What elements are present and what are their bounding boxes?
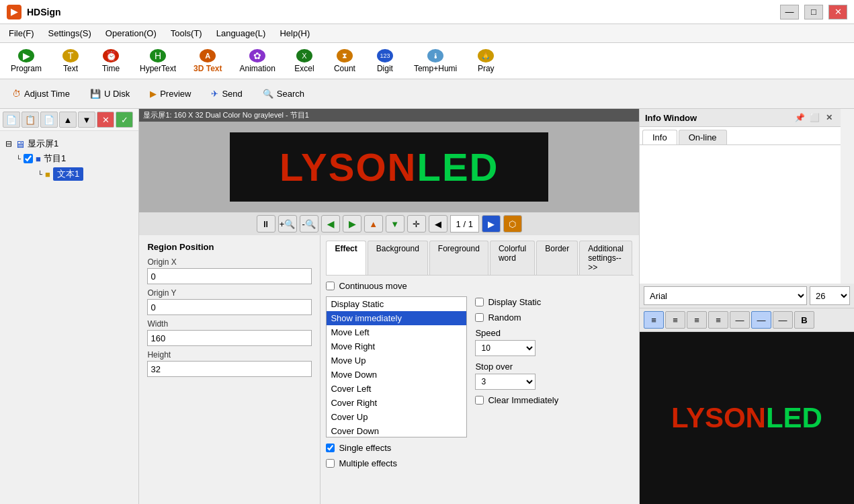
list-item-cover-down[interactable]: Cover Down — [327, 424, 466, 437]
align-right-button[interactable]: ≡ — [687, 311, 707, 329]
list-item-move-right[interactable]: Move Right — [327, 339, 466, 353]
menu-language[interactable]: Language(L) — [211, 27, 271, 40]
toolbar-excel[interactable]: X Excel — [286, 46, 323, 77]
zoom-out-button[interactable]: -🔍 — [300, 215, 318, 233]
align-bottom-button[interactable]: — — [773, 311, 793, 329]
list-item-move-up[interactable]: Move Up — [327, 353, 466, 368]
effect-list[interactable]: Display Static Show immediately Move Lef… — [327, 297, 466, 437]
bold-button[interactable]: B — [794, 311, 814, 329]
minimize-button[interactable]: — — [780, 5, 799, 19]
font-name-select[interactable]: Arial Times New Roman Courier New — [644, 286, 807, 305]
mini-confirm[interactable]: ✓ — [116, 112, 133, 128]
maximize-button[interactable]: □ — [804, 5, 823, 19]
toolbar-3dtext[interactable]: A 3D Text — [186, 46, 229, 77]
toolbar2-udisk[interactable]: 💾 U Disk — [81, 83, 138, 105]
speed-select[interactable]: 10 5 15 20 — [475, 340, 536, 356]
tab-foreground[interactable]: Foreground — [429, 241, 488, 275]
toolbar2-adjusttime[interactable]: ⏱ Adjust Time — [3, 83, 79, 105]
align-top-button[interactable]: — — [730, 311, 750, 329]
tree-root[interactable]: ⊟ 🖥 显示屏1 — [5, 136, 133, 151]
info-close-button[interactable]: ✕ — [823, 112, 835, 124]
menu-help[interactable]: Help(H) — [274, 27, 315, 40]
menu-operation[interactable]: Operation(O) — [100, 27, 162, 40]
font-size-select[interactable]: 26 12 18 24 32 48 — [810, 286, 850, 305]
tab-effect[interactable]: Effect — [326, 241, 366, 275]
multiple-effects-checkbox[interactable] — [326, 459, 335, 468]
width-input[interactable] — [147, 330, 312, 346]
align-left-button[interactable]: ≡ — [644, 311, 664, 329]
pause-button[interactable]: ⏸ — [257, 215, 275, 233]
info-pin-button[interactable]: 📌 — [794, 112, 806, 124]
info-tab-online[interactable]: On-line — [679, 130, 727, 144]
info-tab-info[interactable]: Info — [642, 130, 677, 144]
height-input[interactable] — [147, 361, 312, 377]
random-checkbox[interactable] — [475, 313, 484, 322]
list-item-show-immediately[interactable]: Show immediately — [327, 311, 466, 325]
toolbar-excel-label: Excel — [294, 64, 314, 73]
tree-node[interactable]: └ ■ 节目1 — [5, 151, 133, 166]
tab-background[interactable]: Background — [368, 241, 428, 275]
list-item-move-down[interactable]: Move Down — [327, 368, 466, 382]
list-item-cover-right[interactable]: Cover Right — [327, 396, 466, 410]
toolbar2-search[interactable]: 🔍 Search — [254, 83, 313, 105]
expand-icon: ⊟ — [5, 139, 12, 149]
mini-paste[interactable]: 📄 — [40, 112, 58, 128]
origin-x-input[interactable] — [147, 268, 312, 284]
tab-border[interactable]: Border — [536, 241, 578, 275]
origin-y-input[interactable] — [147, 299, 312, 315]
move-right-green[interactable]: ▶ — [343, 215, 361, 233]
list-item-cover-up[interactable]: Cover Up — [327, 410, 466, 424]
toolbar2-send[interactable]: ✈ Send — [202, 83, 251, 105]
stop-select[interactable]: 3 1 5 10 — [475, 374, 536, 390]
mini-delete[interactable]: ✕ — [97, 112, 114, 128]
toolbar-text[interactable]: T Text — [52, 46, 89, 77]
toolbar-digit[interactable]: 123 Digit — [366, 46, 404, 77]
tree-leaf[interactable]: └ ■ 文本1 — [5, 166, 133, 182]
effect-right: Display Static Random Speed 10 5 — [475, 297, 558, 468]
align-center-button[interactable]: ≡ — [665, 311, 685, 329]
mini-copy[interactable]: 📋 — [22, 112, 39, 128]
close-button[interactable]: ✕ — [828, 5, 847, 19]
single-effects-checkbox[interactable] — [326, 444, 335, 452]
info-float-button[interactable]: ⬜ — [808, 112, 820, 124]
toolbar-pray[interactable]: 🙏 Pray — [467, 46, 505, 77]
tab-colorful[interactable]: Colorful word — [490, 241, 535, 275]
clear-immediately-checkbox[interactable] — [475, 396, 484, 405]
menu-file[interactable]: File(F) — [3, 27, 40, 40]
move-up-button[interactable]: ▲ — [364, 215, 383, 233]
info-window: Info Window 📌 ⬜ ✕ Info On-line — [639, 109, 841, 284]
align-middle-button[interactable]: — — [751, 311, 771, 329]
toolbar-count[interactable]: ⧗ Count — [326, 46, 364, 77]
toolbar-program[interactable]: ▶ Program — [3, 46, 49, 77]
toolbar-time[interactable]: ⏰ Time — [92, 46, 130, 77]
skip-start-button[interactable]: ◀ — [429, 215, 447, 233]
play-button[interactable]: ▶ — [482, 215, 501, 233]
mini-new[interactable]: 📄 — [3, 112, 20, 128]
toolbar2-preview[interactable]: ▶ Preview — [141, 83, 200, 105]
settings-button[interactable]: ⬡ — [503, 215, 522, 233]
node-checkbox[interactable] — [24, 154, 33, 163]
continuous-move-checkbox[interactable] — [326, 282, 335, 290]
led-text-red: LYSON — [280, 145, 417, 189]
tab-additional[interactable]: Additional settings-->> — [579, 241, 632, 275]
menu-tools[interactable]: Tools(T) — [165, 27, 208, 40]
align-justify-button[interactable]: ≡ — [708, 311, 728, 329]
zoom-in-button[interactable]: +🔍 — [278, 215, 297, 233]
toolbar-temphumi[interactable]: 🌡 Temp+Humi — [407, 46, 464, 77]
list-item-display-static[interactable]: Display Static — [327, 297, 466, 311]
search-icon: 🔍 — [263, 89, 273, 99]
list-item-cover-left[interactable]: Cover Left — [327, 382, 466, 396]
toolbar-animation[interactable]: ✿ Animation — [232, 46, 283, 77]
move-left-green[interactable]: ◀ — [321, 215, 340, 233]
list-item-move-left[interactable]: Move Left — [327, 325, 466, 339]
mini-up[interactable]: ▲ — [59, 112, 77, 128]
toolbar-hypertext[interactable]: H HyperText — [132, 46, 183, 77]
right-panel: Info Window 📌 ⬜ ✕ Info On-line — [639, 109, 854, 504]
height-field: Height — [147, 350, 312, 381]
move-all-button[interactable]: ✛ — [407, 215, 426, 233]
stop-over-label: Stop over — [475, 362, 558, 372]
mini-down[interactable]: ▼ — [78, 112, 95, 128]
menu-settings[interactable]: Settings(S) — [43, 27, 97, 40]
display-static-checkbox[interactable] — [475, 298, 484, 306]
move-down-button[interactable]: ▼ — [386, 215, 404, 233]
